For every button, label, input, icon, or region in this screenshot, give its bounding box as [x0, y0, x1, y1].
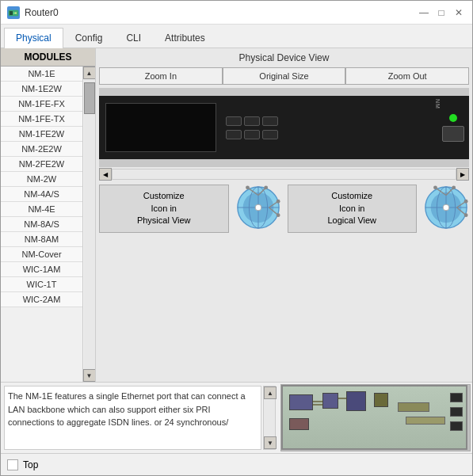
- bottom-area: The NM-1E features a single Ethernet por…: [1, 382, 472, 453]
- svg-point-23: [443, 204, 449, 211]
- app-icon: [7, 6, 20, 19]
- tab-config[interactable]: Config: [63, 28, 115, 48]
- module-nm1e2w[interactable]: NM-1E2W: [1, 82, 82, 97]
- zoom-controls: Zoom In Original Size Zoom Out: [96, 67, 472, 85]
- module-nm4e[interactable]: NM-4E: [1, 202, 82, 217]
- description-text: The NM-1E features a single Ethernet por…: [4, 386, 261, 450]
- footer: Top: [1, 453, 472, 475]
- customize-section: CustomizeIcon inPhysical View: [96, 181, 472, 236]
- modules-list: NM-1E NM-1E2W NM-1FE-FX NM-1FE-TX NM-1FE…: [1, 67, 82, 382]
- module-wic1t[interactable]: WIC-1T: [1, 277, 82, 292]
- top-label: Top: [23, 459, 38, 470]
- desc-scroll-down[interactable]: ▼: [264, 436, 277, 449]
- window-controls: — □ ✕: [417, 6, 466, 20]
- module-nm2e2w[interactable]: NM-2E2W: [1, 142, 82, 157]
- module-nm1fe2w[interactable]: NM-1FE2W: [1, 127, 82, 142]
- main-window: Router0 — □ ✕ Physical Config CLI Attrib…: [0, 0, 473, 476]
- module-image: [280, 384, 471, 451]
- title-bar: Router0 — □ ✕: [1, 1, 472, 25]
- zoom-out-button[interactable]: Zoom Out: [345, 67, 469, 85]
- customize-logical-button[interactable]: CustomizeIcon inLogical View: [288, 185, 418, 232]
- svg-point-27: [433, 185, 437, 189]
- top-checkbox[interactable]: [7, 459, 18, 470]
- module-nm8am[interactable]: NM-8AM: [1, 232, 82, 247]
- svg-point-11: [264, 185, 268, 189]
- device-view-title: Physical Device View: [96, 48, 472, 67]
- module-nm1fe-tx[interactable]: NM-1FE-TX: [1, 112, 82, 127]
- modules-panel: MODULES NM-1E NM-1E2W NM-1FE-FX NM-1FE-T…: [1, 48, 96, 382]
- main-content: MODULES NM-1E NM-1E2W NM-1FE-FX NM-1FE-T…: [1, 48, 472, 382]
- scroll-up-btn[interactable]: ▲: [83, 67, 96, 79]
- h-scroll-left-btn[interactable]: ◀: [99, 168, 112, 181]
- device-visualization: NM: [99, 88, 469, 167]
- module-board: [281, 385, 467, 450]
- right-panel: Physical Device View Zoom In Original Si…: [96, 48, 472, 382]
- close-button[interactable]: ✕: [452, 6, 466, 20]
- module-nmcover[interactable]: NM-Cover: [1, 247, 82, 262]
- scroll-down-btn[interactable]: ▼: [83, 369, 96, 382]
- svg-point-13: [246, 185, 250, 189]
- customize-physical-button[interactable]: CustomizeIcon inPhysical View: [99, 185, 229, 232]
- window-title: Router0: [25, 7, 417, 18]
- svg-rect-1: [10, 11, 13, 15]
- modules-list-container: NM-1E NM-1E2W NM-1FE-FX NM-1FE-TX NM-1FE…: [1, 67, 95, 382]
- scroll-track[interactable]: [84, 79, 95, 369]
- module-nm1e[interactable]: NM-1E: [1, 67, 82, 82]
- desc-scroll-up[interactable]: ▲: [264, 387, 277, 399]
- scroll-thumb[interactable]: [84, 82, 95, 114]
- modules-scrollbar[interactable]: ▲ ▼: [82, 67, 95, 382]
- svg-point-15: [276, 200, 280, 204]
- tab-attributes[interactable]: Attributes: [153, 28, 217, 48]
- svg-point-9: [255, 204, 261, 211]
- module-nm2fe2w[interactable]: NM-2FE2W: [1, 157, 82, 172]
- h-scroll-right-btn[interactable]: ▶: [456, 168, 469, 181]
- tab-bar: Physical Config CLI Attributes: [1, 25, 472, 48]
- physical-router-icon: [235, 185, 281, 233]
- description-scrollbar[interactable]: ▲ ▼: [263, 386, 276, 450]
- module-nm2w[interactable]: NM-2W: [1, 172, 82, 187]
- original-size-button[interactable]: Original Size: [223, 67, 346, 85]
- h-scroll-track[interactable]: [112, 169, 456, 180]
- svg-point-3: [15, 12, 17, 13]
- minimize-button[interactable]: —: [417, 6, 431, 20]
- maximize-button[interactable]: □: [434, 6, 448, 20]
- module-nm4as[interactable]: NM-4A/S: [1, 187, 82, 202]
- svg-point-29: [464, 200, 468, 204]
- svg-point-17: [276, 213, 280, 217]
- tab-cli[interactable]: CLI: [114, 28, 153, 48]
- horizontal-scrollbar[interactable]: ◀ ▶: [96, 167, 472, 181]
- module-wic1am[interactable]: WIC-1AM: [1, 262, 82, 277]
- logical-router-icon: [423, 185, 469, 233]
- tab-physical[interactable]: Physical: [4, 28, 63, 48]
- modules-header: MODULES: [1, 48, 95, 67]
- svg-point-31: [464, 213, 468, 217]
- module-wic2am[interactable]: WIC-2AM: [1, 292, 82, 307]
- module-nm8as[interactable]: NM-8A/S: [1, 217, 82, 232]
- svg-point-25: [452, 185, 456, 189]
- zoom-in-button[interactable]: Zoom In: [99, 67, 223, 85]
- module-nm1fe-fx[interactable]: NM-1FE-FX: [1, 97, 82, 112]
- svg-point-2: [13, 12, 15, 13]
